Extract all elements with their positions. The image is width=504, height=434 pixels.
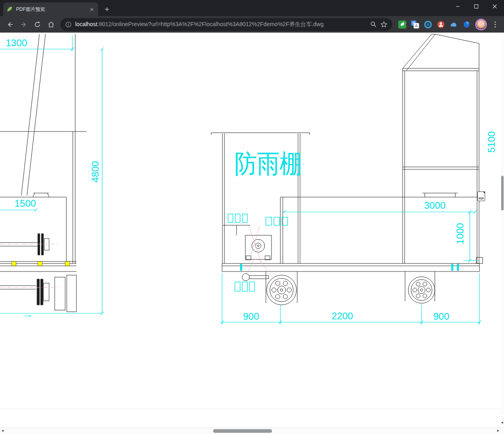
dim-1300-label: 1300 [6,37,27,48]
url-bar[interactable]: localhost:8012/onlinePreview?url=http%3A… [60,18,392,31]
vertical-scrollbar[interactable] [501,33,504,428]
extension-icon-5[interactable] [449,20,458,29]
forward-button[interactable] [18,19,30,31]
content-area: 1300 4800 1500 1785 防雨棚 5100 3000 1000 9… [0,33,504,434]
window-titlebar: PDF图片预览 [0,0,504,16]
new-tab-button[interactable] [101,4,113,15]
vertical-scrollbar-thumb[interactable] [501,176,504,210]
extension-icon-3[interactable] [424,20,432,29]
dim-1000-label: 1000 [455,223,465,244]
dim-2200-label: 2200 [331,311,353,321]
browser-tab[interactable]: PDF图片预览 [3,2,98,16]
shelter-label: 防雨棚 [235,149,302,178]
page-info-icon[interactable] [65,21,72,28]
reload-button[interactable] [31,19,43,31]
dim-3000-label: 3000 [424,200,445,211]
maximize-button[interactable] [467,0,485,13]
dim-900-right-label: 900 [433,311,449,322]
tab-title: PDF图片预览 [16,6,85,13]
back-button[interactable] [4,19,16,31]
dim-4800-label: 4800 [90,161,101,182]
extension-icon-4[interactable] [436,20,445,29]
home-button[interactable] [45,19,57,31]
browser-menu-icon[interactable] [490,19,501,30]
browser-toolbar: localhost:8012/onlinePreview?url=http%3A… [0,16,504,33]
extension-icon-1[interactable] [398,20,406,29]
tab-close-icon[interactable] [88,6,95,12]
url-path: :8012/onlinePreview?url=http%3A%2F%2Floc… [97,21,323,27]
scroll-right-arrow-icon[interactable] [497,430,499,432]
scroll-down-arrow-icon[interactable] [501,422,504,424]
page-boundary-line [0,409,501,409]
zoom-icon[interactable] [370,21,377,28]
minimize-button[interactable] [448,0,467,13]
window-controls [448,0,504,13]
profile-avatar[interactable] [476,20,486,29]
dim-5100-label: 5100 [486,131,497,152]
dimension-lines [0,36,481,325]
pdf-file-icon[interactable]: PDF [477,191,485,201]
horizontal-scrollbar[interactable] [0,428,504,434]
bookmark-star-icon[interactable] [381,21,387,28]
spring-leaf-favicon [6,6,13,12]
extension-icon-2[interactable] [411,20,419,29]
dim-1785-label: 1785 [24,314,31,318]
scroll-left-arrow-icon[interactable] [2,430,4,432]
url-text[interactable]: localhost:8012/onlinePreview?url=http%3A… [75,21,366,28]
horizontal-scrollbar-thumb[interactable] [213,429,272,433]
url-host: localhost [75,21,97,27]
close-button[interactable] [485,0,504,13]
dim-900-left-label: 900 [243,311,259,322]
extensions-area [398,20,471,29]
extension-icon-6[interactable] [462,20,471,29]
cad-drawing: 1300 4800 1500 1785 防雨棚 5100 3000 1000 9… [0,33,501,428]
dim-1500-label: 1500 [14,198,36,209]
